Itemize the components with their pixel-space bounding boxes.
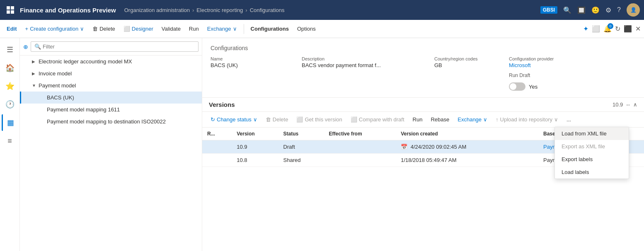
compare-with-draft-button[interactable]: ⬜ Compare with draft — [347, 114, 408, 125]
col-r: R... — [202, 128, 232, 140]
designer-icon: ⬜ — [123, 26, 130, 32]
cell-empty-1 — [522, 140, 538, 154]
cell-empty-2 — [522, 154, 538, 167]
col-status: Status — [278, 128, 324, 140]
notification-badge[interactable]: 🔔 0 — [603, 25, 612, 33]
close-icon[interactable]: ✕ — [635, 25, 641, 33]
versions-title: Versions — [209, 101, 613, 108]
create-config-button[interactable]: + Create configuration ∨ — [22, 24, 88, 34]
refresh-icon[interactable]: ↻ — [615, 25, 620, 33]
versions-section: Versions 10.9 -- ∧ ↻ Change status ∨ 🗑 D… — [202, 98, 644, 251]
favorites-nav-icon[interactable]: ⭐ — [2, 78, 18, 94]
plus-icon: + — [25, 26, 29, 32]
provider-link[interactable]: Microsoft — [509, 62, 608, 68]
dropdown-load-xml[interactable]: Load from XML file — [555, 127, 629, 140]
cell-version-2: 10.8 — [232, 154, 278, 167]
get-this-version-button[interactable]: ⬜ Get this version — [293, 114, 345, 125]
rebase-button[interactable]: Rebase — [427, 114, 453, 125]
col-empty — [522, 128, 538, 140]
delete-button[interactable]: 🗑 Delete — [89, 24, 119, 34]
notifications-icon[interactable]: 🔲 — [577, 6, 586, 14]
breadcrumb-electronic-reporting[interactable]: Electronic reporting — [196, 7, 243, 13]
avatar[interactable]: 👤 — [627, 3, 640, 17]
breadcrumb-configurations[interactable]: Configurations — [250, 7, 285, 13]
tree-item-payment-mapping-1611[interactable]: Payment model mapping 1611 — [20, 104, 202, 116]
versions-info: 10.9 -- ∧ — [613, 101, 637, 108]
config-card: Configurations Name BACS (UK) Descriptio… — [202, 38, 644, 98]
expand-icon[interactable]: ⬜ — [592, 25, 600, 33]
versions-toolbar: ↻ Change status ∨ 🗑 Delete ⬜ Get this ve… — [202, 112, 644, 128]
cell-effective-1 — [324, 140, 396, 154]
recent-icon[interactable]: 🕐 — [2, 96, 18, 113]
field-description: Description BACS vendor payment format f… — [302, 56, 434, 91]
designer-button[interactable]: ⬜ Designer — [120, 24, 157, 34]
chevron-down-icon-tree: ▼ — [32, 83, 39, 88]
exchange-dropdown-menu: Load from XML file Export as XML file Ex… — [554, 127, 629, 179]
chevron-upload: ∨ — [554, 116, 558, 123]
apps-button[interactable] — [4, 4, 17, 16]
cell-r-2 — [202, 154, 232, 167]
side-icon-bar: ☰ 🏠 ⭐ 🕐 ▦ ≡ — [0, 38, 20, 251]
configurations-tab[interactable]: Configurations — [247, 24, 292, 34]
col-effective-from: Effective from — [324, 128, 396, 140]
config-section-title: Configurations — [211, 45, 636, 51]
tree-item-electronic-ledger[interactable]: ▶ Electronic ledger accounting model MX — [20, 56, 202, 68]
filter-input-container: 🔍 — [31, 41, 199, 52]
restore-icon[interactable]: ⬛ — [624, 25, 632, 33]
breadcrumb-org-admin[interactable]: Organization administration — [124, 7, 190, 13]
upload-into-repo-button[interactable]: ↑ Upload into repository ∨ — [492, 114, 562, 125]
trash-icon-v: 🗑 — [266, 116, 271, 123]
help-icon[interactable]: ? — [617, 6, 621, 14]
separator-1 — [244, 24, 244, 34]
breadcrumb: Organization administration › Electronic… — [124, 7, 540, 13]
main-toolbar: Edit + Create configuration ∨ 🗑 Delete ⬜… — [0, 20, 644, 38]
chevron-exchange: ∨ — [483, 116, 487, 123]
versions-run-button[interactable]: Run — [409, 114, 426, 125]
chevron-change-status: ∨ — [253, 116, 257, 123]
versions-exchange-button[interactable]: Exchange ∨ — [454, 114, 491, 125]
exchange-button[interactable]: Exchange ∨ — [204, 24, 240, 34]
dropdown-export-xml: Export as XML file — [555, 140, 629, 153]
tree-item-bacs-uk[interactable]: BACS (UK) — [20, 92, 202, 104]
cell-r-1 — [202, 140, 232, 154]
versions-delete-button[interactable]: 🗑 Delete — [262, 114, 292, 125]
collapse-icon[interactable]: ∧ — [633, 101, 637, 108]
list-icon[interactable]: ≡ — [2, 133, 18, 149]
compare-icon: ⬜ — [351, 116, 357, 123]
tree-item-invoice-model[interactable]: ▶ Invoice model — [20, 68, 202, 80]
breadcrumb-sep-1: › — [192, 7, 194, 13]
filter-icon[interactable]: ⊕ — [23, 43, 28, 50]
settings-icon[interactable]: ⚙ — [605, 6, 611, 14]
field-country: Country/region codes GB — [434, 56, 509, 91]
feedback-icon[interactable]: 🙂 — [591, 6, 600, 14]
run-draft-toggle[interactable] — [509, 82, 525, 91]
favorites-icon[interactable]: ✦ — [583, 25, 588, 33]
main-layout: ☰ 🏠 ⭐ 🕐 ▦ ≡ ⊕ 🔍 ▶ Electronic ledger acco… — [0, 38, 644, 251]
run-button[interactable]: Run — [186, 24, 202, 34]
more-button[interactable]: ... — [563, 114, 574, 125]
top-bar-right: GBSI 🔍 🔲 🙂 ⚙ ? 👤 — [540, 3, 640, 17]
tree-item-payment-model[interactable]: ▼ Payment model — [20, 80, 202, 92]
svg-rect-3 — [11, 10, 14, 14]
validate-button[interactable]: Validate — [158, 24, 184, 34]
dropdown-export-labels[interactable]: Export labels — [555, 153, 629, 166]
svg-rect-0 — [7, 6, 10, 10]
home-icon[interactable]: 🏠 — [2, 60, 18, 76]
calendar-icon: 📅 — [401, 144, 407, 150]
dropdown-load-labels[interactable]: Load labels — [555, 166, 629, 179]
change-status-button[interactable]: ↻ Change status ∨ — [207, 114, 261, 125]
breadcrumb-sep-2: › — [245, 7, 247, 13]
hamburger-menu-icon[interactable]: ☰ — [2, 41, 18, 58]
filter-bar: ⊕ 🔍 — [20, 38, 202, 56]
left-panel: ⊕ 🔍 ▶ Electronic ledger accounting model… — [20, 38, 202, 251]
tree-item-payment-mapping-iso[interactable]: Payment model mapping to destination ISO… — [20, 116, 202, 128]
run-draft-row: Run Draft — [509, 72, 608, 78]
field-name: Name BACS (UK) — [211, 56, 302, 91]
versions-header: Versions 10.9 -- ∧ — [202, 98, 644, 112]
options-button[interactable]: Options — [294, 24, 319, 34]
search-icon[interactable]: 🔍 — [563, 6, 571, 14]
filter-input[interactable] — [43, 43, 195, 50]
version-dash: -- — [626, 101, 630, 108]
workspaces-icon[interactable]: ▦ — [2, 114, 18, 131]
edit-button[interactable]: Edit — [3, 24, 20, 34]
